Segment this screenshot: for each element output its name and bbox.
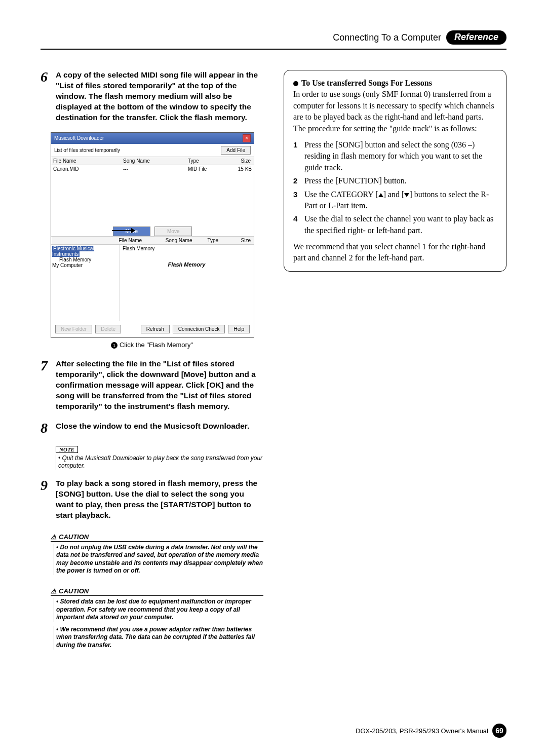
page-number: 69	[492, 724, 506, 738]
col-songname2: Song Name	[164, 237, 206, 244]
step-number: 8	[41, 421, 52, 435]
step-text: A copy of the selected MIDI song file wi…	[56, 70, 263, 123]
content-columns: 6 A copy of the selected MIDI song file …	[41, 70, 506, 650]
caution-block-2: ⚠ CAUTION • Stored data can be lost due …	[51, 587, 263, 650]
step-text: Close the window to end the Musicsoft Do…	[56, 421, 249, 435]
add-file-button[interactable]: Add File	[221, 146, 251, 155]
window-titlebar: Musicsoft Downloader ×	[51, 133, 254, 144]
caption-text: Click the "Flash Memory"	[120, 341, 193, 349]
warning-icon: ⚠	[51, 587, 57, 595]
cell-songname: ---	[121, 165, 186, 173]
lessons-heading-text: To Use transferred Songs For Lessons	[301, 79, 432, 87]
list-text: Press the [FUNCTION] button.	[304, 175, 407, 186]
step-8: 8 Close the window to end the Musicsoft …	[41, 421, 263, 435]
screenshot-caption: 1Click the "Flash Memory"	[41, 341, 263, 349]
right-pane: Flash Memory Flash Memory	[120, 245, 254, 321]
tree-mycomputer[interactable]: My Computer	[52, 262, 118, 268]
warning-icon: ⚠	[51, 533, 57, 541]
header-title: Connecting To a Computer	[333, 32, 441, 43]
lessons-box: To Use transferred Songs For Lessons In …	[284, 70, 506, 272]
step-number: 9	[41, 478, 52, 521]
cell-filename: Canon.MID	[51, 165, 121, 173]
delete-button[interactable]: Delete	[95, 325, 121, 333]
list-item: 4Use the dial to select the channel you …	[293, 213, 497, 236]
list-label-row: List of files stored temporarily Add Fil…	[51, 144, 254, 157]
caution-text: • Stored data can be lost due to equipme…	[54, 598, 263, 622]
move-up-button[interactable]: Move	[154, 226, 192, 236]
refresh-button[interactable]: Refresh	[141, 325, 170, 333]
upper-blank	[51, 173, 254, 223]
help-button[interactable]: Help	[228, 325, 250, 333]
table-row[interactable]: Canon.MID --- MID File 15 KB	[51, 165, 254, 173]
note-block: NOTE • Quit the Musicsoft Downloader to …	[56, 444, 263, 470]
connection-check-button[interactable]: Connection Check	[173, 325, 225, 333]
new-folder-button[interactable]: New Folder	[55, 325, 92, 333]
list-text: Use the dial to select the channel you w…	[304, 213, 497, 236]
col-songname: Song Name	[121, 157, 186, 165]
col-type2: Type	[205, 237, 238, 244]
upper-grid-header: File Name Song Name Type Size	[51, 157, 254, 165]
list-item: 3 Use the CATEGORY [] and [] buttons to …	[293, 189, 497, 212]
col-filename2: File Name	[117, 237, 164, 244]
step-number: 6	[41, 70, 52, 123]
callout-arrow-icon	[112, 230, 135, 231]
window-title: Musicsoft Downloader	[54, 135, 104, 141]
list-label: List of files stored temporarily	[54, 147, 120, 153]
page: Connecting To a Computer Reference 6 A c…	[0, 0, 547, 756]
caution-text: • Do not unplug the USB cable during a d…	[54, 544, 263, 575]
col-size2: Size	[238, 237, 254, 244]
category-up-icon	[378, 193, 383, 197]
tree-flash[interactable]: Flash Memory	[52, 257, 118, 262]
lessons-heading: To Use transferred Songs For Lessons	[293, 78, 497, 89]
reference-pill: Reference	[446, 30, 506, 45]
footer-model: DGX-205/203, PSR-295/293 Owner's Manual	[356, 727, 488, 735]
col-type: Type	[186, 157, 230, 165]
caution-label: CAUTION	[59, 533, 89, 541]
list-text: Press the [SONG] button and select the s…	[304, 139, 497, 173]
item-flash-memory[interactable]: Flash Memory	[123, 246, 251, 251]
lessons-outro: We recommend that you select channel 1 f…	[293, 241, 497, 264]
tree-root[interactable]: Electronic Musical Instruments	[52, 246, 94, 257]
cell-type: MID File	[186, 165, 230, 173]
tree-area: Electronic Musical Instruments Flash Mem…	[51, 245, 254, 321]
left-column: 6 A copy of the selected MIDI song file …	[41, 70, 263, 650]
lower-grid-header: File Name Song Name Type Size	[51, 236, 254, 245]
caution-label: CAUTION	[59, 587, 89, 595]
note-label: NOTE	[56, 446, 78, 453]
page-header: Connecting To a Computer Reference	[41, 30, 506, 50]
right-column: To Use transferred Songs For Lessons In …	[284, 70, 506, 650]
col-size: Size	[230, 157, 254, 165]
lessons-intro: In order to use songs (only SMF format 0…	[293, 89, 497, 134]
flash-memory-callout: Flash Memory	[123, 261, 251, 268]
category-down-icon	[404, 193, 409, 197]
step-7: 7 After selecting the file in the "List …	[41, 359, 263, 412]
caution-text: • We recommend that you use a power adap…	[54, 626, 263, 650]
bottom-button-row: New Folder Delete Refresh Connection Che…	[51, 321, 254, 337]
step-text: To play back a song stored in flash memo…	[56, 478, 263, 521]
lessons-steps-list: 1Press the [SONG] button and select the …	[293, 139, 497, 236]
list-text: Use the CATEGORY [] and [] buttons to se…	[304, 189, 497, 212]
list-item: 2Press the [FUNCTION] button.	[293, 175, 497, 186]
cell-size: 15 KB	[230, 165, 254, 173]
page-footer: DGX-205/203, PSR-295/293 Owner's Manual …	[356, 724, 506, 738]
app-screenshot: Musicsoft Downloader × List of files sto…	[51, 132, 254, 338]
step-9: 9 To play back a song stored in flash me…	[41, 478, 263, 521]
list-item: 1Press the [SONG] button and select the …	[293, 139, 497, 173]
caption-number-icon: 1	[111, 342, 118, 349]
step-text: After selecting the file in the "List of…	[56, 359, 263, 412]
col-filename: File Name	[51, 157, 121, 165]
bullet-icon	[293, 81, 298, 86]
step-6: 6 A copy of the selected MIDI song file …	[41, 70, 263, 123]
step-number: 7	[41, 359, 52, 412]
caution-block-1: ⚠ CAUTION • Do not unplug the USB cable …	[51, 533, 263, 575]
close-icon[interactable]: ×	[243, 134, 251, 142]
caution-heading: ⚠ CAUTION	[51, 587, 263, 596]
caution-heading: ⚠ CAUTION	[51, 533, 263, 542]
note-text: • Quit the Musicsoft Downloader to play …	[56, 455, 263, 470]
device-tree[interactable]: Electronic Musical Instruments Flash Mem…	[51, 245, 120, 321]
